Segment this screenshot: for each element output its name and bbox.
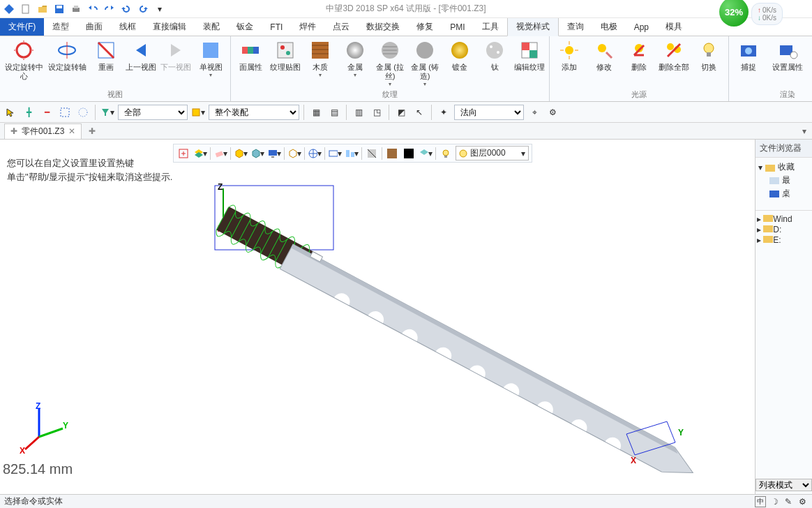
remove-filter-icon[interactable]: ━ — [39, 105, 54, 120]
tab-data-exchange[interactable]: 数据交换 — [358, 18, 408, 36]
tab-pointcloud[interactable]: 点云 — [324, 18, 358, 36]
tab-weld[interactable]: 焊件 — [291, 18, 324, 36]
tool-6-icon[interactable]: ↖ — [412, 105, 427, 120]
customize-qat-icon[interactable]: ▾ — [153, 3, 166, 15]
speed-percent[interactable]: 32% — [719, 0, 749, 27]
add-tab-icon[interactable]: ✚ — [89, 126, 96, 136]
single-view-button[interactable]: 单视图▾ — [195, 39, 226, 81]
vp-eraser-icon[interactable]: ▾ — [213, 147, 227, 160]
vp-exit-icon[interactable] — [176, 147, 190, 160]
set-spin-center-button[interactable]: 设定旋转中心 — [4, 39, 43, 81]
tab-tools[interactable]: 工具 — [474, 18, 507, 36]
undo-history-icon[interactable] — [120, 3, 133, 15]
drive-windows[interactable]: ▸ Wind — [757, 214, 811, 224]
tool-1-icon[interactable]: ▦ — [308, 105, 324, 120]
file-menu[interactable]: 文件(F) — [0, 18, 44, 36]
assembly-scope-icon[interactable]: ▾ — [190, 105, 206, 120]
vp-wireframe-icon[interactable]: ▾ — [287, 147, 301, 160]
vp-swatch1-icon[interactable] — [385, 147, 399, 160]
tool-9-icon[interactable]: ⚙ — [545, 105, 560, 120]
app-icon[interactable] — [3, 3, 15, 15]
print-icon[interactable] — [70, 3, 82, 15]
edit-texture-button[interactable]: 编辑纹理 — [514, 39, 545, 87]
tab-overflow-icon[interactable]: ▾ — [802, 126, 806, 136]
status-tool-icon[interactable]: ✎ — [783, 496, 794, 507]
light-modify-button[interactable]: 修改 — [589, 39, 619, 72]
titanium-button[interactable]: 钛 — [479, 39, 510, 87]
open-icon[interactable] — [36, 3, 49, 15]
vp-monitor-icon[interactable]: ▾ — [267, 147, 281, 160]
vp-layers-icon[interactable]: ▾ — [193, 147, 207, 160]
vp-rect-icon[interactable]: ▾ — [328, 147, 342, 160]
metal-brushed-button[interactable]: 金属 (拉丝)▾ — [375, 39, 405, 87]
tab-query[interactable]: 查询 — [559, 18, 592, 36]
new-icon[interactable] — [20, 3, 32, 15]
assembly-scope-combo[interactable]: 整个装配 — [209, 105, 299, 120]
vp-box-icon[interactable]: ▾ — [234, 147, 248, 160]
light-toggle-button[interactable]: 切换 — [693, 39, 724, 72]
tool-7-icon[interactable]: ✦ — [436, 105, 451, 120]
tool-8-icon[interactable]: ⌖ — [527, 105, 542, 120]
vp-section-icon[interactable] — [365, 147, 379, 160]
vp-globe-icon[interactable]: ▾ — [308, 147, 322, 160]
vp-shade-icon[interactable]: ▾ — [419, 147, 433, 160]
tool-4-icon[interactable]: ◳ — [369, 105, 384, 120]
tab-sheetmetal[interactable]: 钣金 — [228, 18, 262, 36]
layer-combo[interactable]: 图层0000 ▾ — [456, 146, 529, 160]
status-gear-icon[interactable]: ⚙ — [797, 496, 808, 507]
tool-2-icon[interactable]: ▤ — [326, 105, 342, 120]
redo-icon[interactable] — [103, 3, 116, 15]
add-filter-icon[interactable]: ╋ — [21, 105, 36, 120]
tab-modeling[interactable]: 造型 — [44, 18, 77, 36]
filter-scope-combo[interactable]: 全部 — [118, 105, 188, 120]
tab-mold[interactable]: 模具 — [657, 18, 691, 36]
tab-pmi[interactable]: PMI — [442, 18, 473, 36]
tab-direct-edit[interactable]: 直接编辑 — [144, 18, 195, 36]
vp-box2-icon[interactable]: ▾ — [250, 147, 264, 160]
tab-app[interactable]: App — [626, 18, 657, 36]
redo-history-icon[interactable] — [137, 3, 149, 15]
drive-e[interactable]: ▸ E: — [757, 234, 811, 245]
viewport[interactable]: ▾ ▾ ▾ ▾ ▾ ▾ ▾ ▾ ▾ ▾ 图层0000 ▾ — [0, 140, 755, 494]
tool-3-icon[interactable]: ▥ — [351, 105, 366, 120]
wood-button[interactable]: 木质▾ — [305, 39, 336, 87]
fav-desktop[interactable]: 桌 — [757, 187, 811, 200]
prev-view-button[interactable]: 上一视图 — [126, 39, 156, 81]
vp-bulb-icon[interactable] — [439, 147, 453, 160]
face-attr-button[interactable]: 面属性 — [235, 39, 266, 87]
filter-type-icon[interactable]: ▾ — [100, 105, 115, 120]
metal-cast-button[interactable]: 金属 (铸造)▾ — [409, 39, 440, 87]
tab-assembly[interactable]: 装配 — [195, 18, 228, 36]
status-moon-icon[interactable]: ☽ — [769, 496, 780, 507]
doc-close-icon[interactable]: ✕ — [68, 126, 75, 136]
tab-electrode[interactable]: 电极 — [592, 18, 626, 36]
texture-map-button[interactable]: 纹理贴图 — [270, 39, 301, 87]
fav-recent[interactable]: 最 — [757, 174, 811, 187]
drive-d[interactable]: ▸ D: — [757, 224, 811, 234]
tab-repair[interactable]: 修复 — [408, 18, 442, 36]
list-mode-combo[interactable]: 列表模式 — [755, 479, 812, 491]
filter-dashed-icon[interactable] — [57, 105, 73, 120]
cursor-icon[interactable] — [3, 105, 18, 120]
tab-visual-style[interactable]: 视觉样式 — [507, 18, 559, 36]
redraw-button[interactable]: 重画 — [91, 39, 121, 81]
gold-button[interactable]: 镀金 — [444, 39, 475, 87]
normal-combo[interactable]: 法向 — [454, 105, 524, 120]
next-view-button[interactable]: 下一视图 — [160, 39, 191, 81]
tab-fti[interactable]: FTI — [262, 18, 291, 36]
capture-button[interactable]: 捕捉 — [733, 39, 764, 72]
light-delete-button[interactable]: 删除 — [624, 39, 654, 72]
light-add-button[interactable]: 添加 — [554, 39, 585, 72]
filter-dotted-icon[interactable] — [75, 105, 91, 120]
light-delete-all-button[interactable]: 删除全部 — [659, 39, 689, 72]
tool-5-icon[interactable]: ◩ — [393, 105, 409, 120]
document-tab[interactable]: ✚ 零件001.Z3 ✕ — [4, 124, 82, 139]
render-props-button[interactable]: 设置属性 — [768, 39, 807, 72]
vp-align-icon[interactable]: ▾ — [345, 147, 359, 160]
set-spin-axis-button[interactable]: 设定旋转轴 — [47, 39, 87, 81]
save-icon[interactable] — [53, 3, 66, 15]
vp-swatch2-icon[interactable] — [402, 147, 416, 160]
fav-root[interactable]: ▾ 收藏 — [757, 160, 811, 174]
status-lang-icon[interactable]: 中 — [755, 496, 766, 507]
metal-button[interactable]: 金属▾ — [340, 39, 370, 87]
